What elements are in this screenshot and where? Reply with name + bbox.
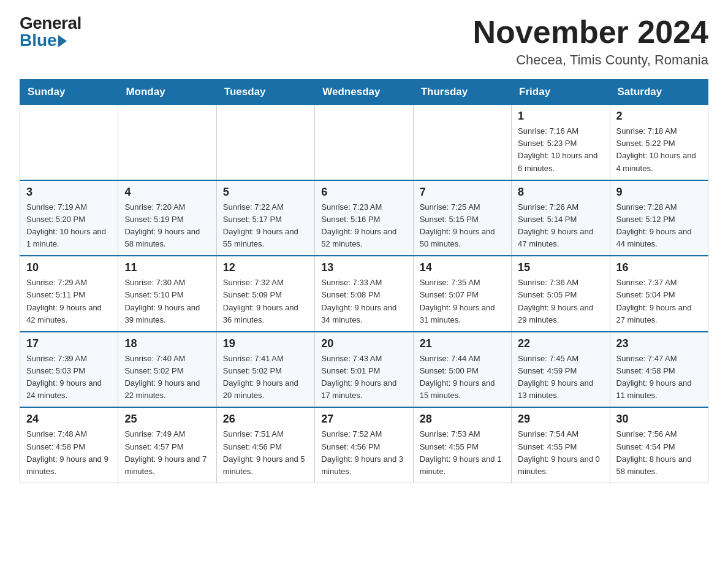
day-number: 11 [124,261,210,274]
day-info: Sunrise: 7:28 AM Sunset: 5:12 PM Dayligh… [616,201,702,251]
day-number: 7 [420,186,505,199]
day-info: Sunrise: 7:32 AM Sunset: 5:09 PM Dayligh… [223,277,308,326]
day-info: Sunrise: 7:48 AM Sunset: 4:58 PM Dayligh… [26,428,112,478]
calendar-cell: 22Sunrise: 7:45 AM Sunset: 4:59 PM Dayli… [512,332,610,408]
calendar-cell: 28Sunrise: 7:53 AM Sunset: 4:55 PM Dayli… [413,407,511,483]
day-number: 27 [321,413,406,426]
day-info: Sunrise: 7:23 AM Sunset: 5:16 PM Dayligh… [321,201,406,251]
day-number: 15 [518,261,603,274]
day-info: Sunrise: 7:51 AM Sunset: 4:56 PM Dayligh… [223,428,308,478]
calendar-title: November 2024 [473,15,708,50]
day-number: 13 [321,261,406,274]
calendar-header-wednesday: Wednesday [315,80,413,105]
day-number: 17 [26,337,112,350]
day-info: Sunrise: 7:19 AM Sunset: 5:20 PM Dayligh… [26,201,112,251]
day-number: 25 [124,413,210,426]
day-info: Sunrise: 7:26 AM Sunset: 5:14 PM Dayligh… [518,201,603,251]
calendar-cell: 4Sunrise: 7:20 AM Sunset: 5:19 PM Daylig… [118,180,216,256]
calendar-cell: 2Sunrise: 7:18 AM Sunset: 5:22 PM Daylig… [610,105,708,180]
day-info: Sunrise: 7:52 AM Sunset: 4:56 PM Dayligh… [321,428,406,478]
day-info: Sunrise: 7:18 AM Sunset: 5:22 PM Dayligh… [616,125,702,175]
day-info: Sunrise: 7:53 AM Sunset: 4:55 PM Dayligh… [420,428,505,478]
calendar-cell: 14Sunrise: 7:35 AM Sunset: 5:07 PM Dayli… [413,256,511,332]
calendar-cell: 23Sunrise: 7:47 AM Sunset: 4:58 PM Dayli… [610,332,708,408]
logo-triangle-icon [58,35,67,47]
calendar-cell: 26Sunrise: 7:51 AM Sunset: 4:56 PM Dayli… [216,407,314,483]
calendar-header-thursday: Thursday [413,80,511,105]
day-info: Sunrise: 7:40 AM Sunset: 5:02 PM Dayligh… [124,353,210,402]
day-number: 5 [223,186,308,199]
calendar-header-sunday: Sunday [20,80,118,105]
calendar-week-row: 1Sunrise: 7:16 AM Sunset: 5:23 PM Daylig… [20,105,708,180]
day-number: 14 [420,261,505,274]
day-number: 2 [616,110,702,123]
calendar-cell: 20Sunrise: 7:43 AM Sunset: 5:01 PM Dayli… [315,332,413,408]
logo-general-text: General [20,15,82,32]
calendar-header-friday: Friday [512,80,610,105]
calendar-cell: 11Sunrise: 7:30 AM Sunset: 5:10 PM Dayli… [118,256,216,332]
calendar-header-saturday: Saturday [610,80,708,105]
day-info: Sunrise: 7:30 AM Sunset: 5:10 PM Dayligh… [124,277,210,326]
calendar-cell: 10Sunrise: 7:29 AM Sunset: 5:11 PM Dayli… [20,256,118,332]
calendar-cell: 9Sunrise: 7:28 AM Sunset: 5:12 PM Daylig… [610,180,708,256]
calendar-header-row: SundayMondayTuesdayWednesdayThursdayFrid… [20,80,708,105]
calendar-week-row: 17Sunrise: 7:39 AM Sunset: 5:03 PM Dayli… [20,332,708,408]
calendar-cell: 21Sunrise: 7:44 AM Sunset: 5:00 PM Dayli… [413,332,511,408]
day-info: Sunrise: 7:56 AM Sunset: 4:54 PM Dayligh… [616,428,702,478]
day-info: Sunrise: 7:49 AM Sunset: 4:57 PM Dayligh… [124,428,210,478]
calendar-header-tuesday: Tuesday [216,80,314,105]
header: General Blue November 2024 Checea, Timis… [20,15,708,68]
day-number: 3 [26,186,112,199]
day-number: 10 [26,261,112,274]
day-number: 30 [616,413,702,426]
day-number: 24 [26,413,112,426]
calendar-cell: 3Sunrise: 7:19 AM Sunset: 5:20 PM Daylig… [20,180,118,256]
day-info: Sunrise: 7:44 AM Sunset: 5:00 PM Dayligh… [420,353,505,402]
calendar-cell: 29Sunrise: 7:54 AM Sunset: 4:55 PM Dayli… [512,407,610,483]
day-number: 29 [518,413,603,426]
calendar-cell: 18Sunrise: 7:40 AM Sunset: 5:02 PM Dayli… [118,332,216,408]
calendar-cell: 24Sunrise: 7:48 AM Sunset: 4:58 PM Dayli… [20,407,118,483]
day-number: 28 [420,413,505,426]
calendar-cell [315,105,413,180]
calendar-week-row: 3Sunrise: 7:19 AM Sunset: 5:20 PM Daylig… [20,180,708,256]
calendar-cell: 17Sunrise: 7:39 AM Sunset: 5:03 PM Dayli… [20,332,118,408]
calendar-cell [413,105,511,180]
day-info: Sunrise: 7:20 AM Sunset: 5:19 PM Dayligh… [124,201,210,251]
day-number: 21 [420,337,505,350]
calendar-cell [118,105,216,180]
calendar-cell: 8Sunrise: 7:26 AM Sunset: 5:14 PM Daylig… [512,180,610,256]
day-number: 8 [518,186,603,199]
day-info: Sunrise: 7:16 AM Sunset: 5:23 PM Dayligh… [518,125,603,175]
day-number: 6 [321,186,406,199]
calendar-cell [216,105,314,180]
calendar-week-row: 24Sunrise: 7:48 AM Sunset: 4:58 PM Dayli… [20,407,708,483]
calendar-cell: 5Sunrise: 7:22 AM Sunset: 5:17 PM Daylig… [216,180,314,256]
calendar-cell: 19Sunrise: 7:41 AM Sunset: 5:02 PM Dayli… [216,332,314,408]
calendar-cell: 25Sunrise: 7:49 AM Sunset: 4:57 PM Dayli… [118,407,216,483]
day-info: Sunrise: 7:39 AM Sunset: 5:03 PM Dayligh… [26,353,112,402]
day-info: Sunrise: 7:41 AM Sunset: 5:02 PM Dayligh… [223,353,308,402]
day-info: Sunrise: 7:35 AM Sunset: 5:07 PM Dayligh… [420,277,505,326]
day-info: Sunrise: 7:47 AM Sunset: 4:58 PM Dayligh… [616,353,702,402]
calendar-cell: 6Sunrise: 7:23 AM Sunset: 5:16 PM Daylig… [315,180,413,256]
day-number: 26 [223,413,308,426]
day-number: 22 [518,337,603,350]
calendar-cell: 12Sunrise: 7:32 AM Sunset: 5:09 PM Dayli… [216,256,314,332]
calendar-cell: 13Sunrise: 7:33 AM Sunset: 5:08 PM Dayli… [315,256,413,332]
calendar-cell: 30Sunrise: 7:56 AM Sunset: 4:54 PM Dayli… [610,407,708,483]
calendar-cell: 15Sunrise: 7:36 AM Sunset: 5:05 PM Dayli… [512,256,610,332]
day-number: 9 [616,186,702,199]
day-number: 18 [124,337,210,350]
title-block: November 2024 Checea, Timis County, Roma… [473,15,708,68]
calendar-cell [20,105,118,180]
day-info: Sunrise: 7:45 AM Sunset: 4:59 PM Dayligh… [518,353,603,402]
logo-blue-text: Blue [20,32,57,49]
calendar-cell: 27Sunrise: 7:52 AM Sunset: 4:56 PM Dayli… [315,407,413,483]
day-number: 23 [616,337,702,350]
day-number: 4 [124,186,210,199]
calendar-week-row: 10Sunrise: 7:29 AM Sunset: 5:11 PM Dayli… [20,256,708,332]
calendar-table: SundayMondayTuesdayWednesdayThursdayFrid… [20,79,708,483]
day-number: 19 [223,337,308,350]
day-number: 16 [616,261,702,274]
